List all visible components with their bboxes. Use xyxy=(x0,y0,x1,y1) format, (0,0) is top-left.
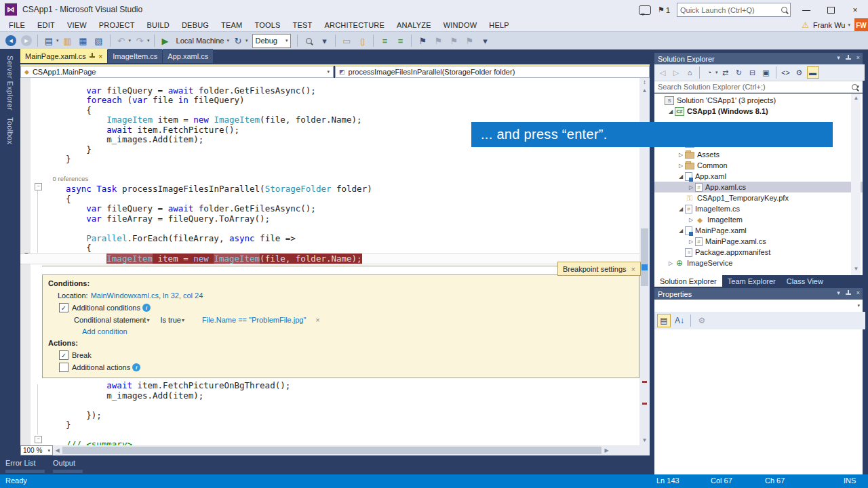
breakpoint-settings-tab[interactable]: Breakpoint settings × xyxy=(557,262,641,276)
undo-icon[interactable]: ↶ xyxy=(115,34,128,47)
chevron-down-icon[interactable]: ▾ xyxy=(837,289,840,296)
save-icon[interactable]: ▦ xyxy=(77,34,90,47)
se-view-code-icon[interactable]: <> xyxy=(780,66,792,79)
tab-error-list[interactable]: Error List xyxy=(5,459,36,467)
info-icon[interactable]: i xyxy=(132,363,140,371)
tree-item-solution-csapp1-3-projects-[interactable]: SSolution 'CSApp1' (3 projects) xyxy=(654,95,863,106)
expanded-arrow-icon[interactable]: ◢ xyxy=(677,228,684,234)
expanded-arrow-icon[interactable]: ◢ xyxy=(677,206,684,212)
scroll-up-icon[interactable]: ▲ xyxy=(851,95,861,101)
location-value[interactable]: MainWindowxaml.cs, ln 32, col 24 xyxy=(91,291,203,300)
restore-button[interactable] xyxy=(822,4,840,16)
side-tab-toolbox[interactable]: Toolbox xyxy=(6,117,14,144)
menu-help[interactable]: HELP xyxy=(483,21,515,29)
scroll-up-icon[interactable]: ▲ xyxy=(639,87,650,94)
prev-bookmark-icon[interactable]: ⚑ xyxy=(431,34,445,47)
hscrollbar-thumb[interactable] xyxy=(62,447,601,454)
close-icon[interactable]: × xyxy=(856,289,860,296)
collapsed-arrow-icon[interactable]: ▷ xyxy=(677,152,684,158)
next-bookmark-icon[interactable]: ⚑ xyxy=(447,34,460,47)
close-icon[interactable]: × xyxy=(856,54,860,61)
se-back-icon[interactable]: ◁ xyxy=(656,66,669,79)
condition-type-dropdown[interactable]: Conditional statement▾ xyxy=(74,316,149,324)
method-dropdown[interactable]: ◩ processImageFilesInParallel(StorageFol… xyxy=(335,66,650,78)
close-button[interactable]: × xyxy=(846,4,864,16)
zoom-level-dropdown[interactable]: 100 % ▾ xyxy=(20,445,53,455)
menu-file[interactable]: FILE xyxy=(3,21,31,29)
scroll-left-icon[interactable]: ◀ xyxy=(53,447,62,453)
tree-vertical-scrollbar[interactable]: ▲ ▼ xyxy=(851,94,861,275)
new-file-icon[interactable]: ▤ xyxy=(42,34,56,47)
document-tab-imageitem.cs[interactable]: ImageItem.cs xyxy=(108,49,162,63)
class-dropdown[interactable]: ◆ CSApp1.MainPage ▾ xyxy=(20,66,334,78)
pin-icon[interactable] xyxy=(846,290,851,296)
remove-condition-icon[interactable]: × xyxy=(315,316,319,324)
condition-expression-input[interactable]: File.Name == "ProblemFile.jpg" xyxy=(202,316,306,324)
snippet-icon[interactable]: ▯ xyxy=(355,34,369,47)
additional-actions-checkbox[interactable] xyxy=(59,363,68,372)
close-icon[interactable]: × xyxy=(98,52,102,60)
tree-item-assets[interactable]: ▷Assets xyxy=(654,149,863,160)
bookmark-icon[interactable]: ⚑ xyxy=(416,34,429,47)
indent-increase-icon[interactable]: ≡ xyxy=(393,34,407,47)
se-properties-icon[interactable]: ⚙ xyxy=(793,66,806,79)
tree-item-mainpage.xaml.cs[interactable]: ▷#MainPage.xaml.cs xyxy=(654,236,863,247)
properties-object-dropdown[interactable]: ▾ xyxy=(654,300,863,312)
tool-tab-solution-explorer[interactable]: Solution Explorer xyxy=(654,275,722,287)
menu-analyze[interactable]: ANALYZE xyxy=(391,21,437,29)
open-file-icon[interactable]: ▥ xyxy=(61,34,75,47)
properties-title-bar[interactable]: Properties ▾× xyxy=(654,288,863,300)
minimize-button[interactable]: — xyxy=(797,4,815,16)
chevron-down-icon[interactable]: ▾ xyxy=(226,38,229,43)
solution-configuration-dropdown[interactable]: Debug▾ xyxy=(252,34,292,48)
chevron-down-icon[interactable]: ▾ xyxy=(147,38,150,43)
tree-item-imageservice[interactable]: ▷⊕ImageService xyxy=(654,258,863,268)
se-pending-changes-icon[interactable]: ◔ xyxy=(703,66,715,79)
menu-architecture[interactable]: ARCHITECTURE xyxy=(318,21,391,29)
menu-window[interactable]: WINDOW xyxy=(437,21,483,29)
tab-output[interactable]: Output xyxy=(53,459,75,467)
avatar[interactable]: FW xyxy=(854,18,868,32)
se-show-all-files-icon[interactable]: ▣ xyxy=(760,66,772,79)
navigate-back-icon[interactable]: ◄ xyxy=(4,34,18,47)
tree-item-package.appxmanifest[interactable]: ≡Package.appxmanifest xyxy=(654,247,863,258)
solution-explorer-search-input[interactable]: Search Solution Explorer (Ctrl+;) ▾ xyxy=(654,81,863,93)
save-all-icon[interactable]: ▧ xyxy=(92,34,106,47)
info-icon[interactable]: i xyxy=(142,304,151,312)
chevron-down-icon[interactable]: ▾ xyxy=(129,38,132,43)
se-sync-icon[interactable]: ⇄ xyxy=(719,66,732,79)
chevron-down-icon[interactable]: ▾ xyxy=(245,38,248,43)
scroll-right-icon[interactable]: ▶ xyxy=(602,447,611,453)
chevron-down-icon[interactable]: ▾ xyxy=(56,38,59,43)
tree-item-app.xaml.cs[interactable]: ▷#App.xaml.cs xyxy=(654,182,863,192)
se-refresh-icon[interactable]: ↻ xyxy=(733,66,745,79)
menu-debug[interactable]: DEBUG xyxy=(176,21,215,29)
close-icon[interactable]: × xyxy=(631,265,635,273)
tree-item-csapp1-windows-8.1-[interactable]: ◢C#CSApp1 (Windows 8.1) xyxy=(654,106,863,117)
notifications-flag[interactable]: ⚑1 xyxy=(658,5,670,14)
scroll-down-icon[interactable]: ▼ xyxy=(851,266,861,272)
redo-icon[interactable]: ↷ xyxy=(133,34,146,47)
menu-view[interactable]: VIEW xyxy=(61,21,93,29)
tool-tab-team-explorer[interactable]: Team Explorer xyxy=(722,275,781,287)
se-forward-icon[interactable]: ▷ xyxy=(670,66,682,79)
chevron-down-icon[interactable]: ▾ xyxy=(715,70,718,75)
editor-split-grip[interactable]: ↕ xyxy=(639,79,650,85)
tree-item-app.xaml[interactable]: ◢App.xaml xyxy=(654,171,863,182)
scroll-down-icon[interactable]: ▼ xyxy=(639,437,650,443)
expanded-arrow-icon[interactable]: ◢ xyxy=(667,108,674,115)
menu-build[interactable]: BUILD xyxy=(141,21,176,29)
collapsed-arrow-icon[interactable]: ▷ xyxy=(688,217,694,223)
collapsed-arrow-icon[interactable]: ▷ xyxy=(688,184,694,190)
menu-edit[interactable]: EDIT xyxy=(31,21,61,29)
expanded-arrow-icon[interactable]: ◢ xyxy=(677,174,684,180)
collapsed-arrow-icon[interactable]: ▷ xyxy=(667,260,674,266)
se-collapse-all-icon[interactable]: ⊟ xyxy=(747,66,759,79)
menu-team[interactable]: TEAM xyxy=(215,21,248,29)
solution-explorer-title-bar[interactable]: Solution Explorer ▾× xyxy=(654,53,863,64)
user-account-area[interactable]: ⚠ Frank Wu ▾ FW xyxy=(802,18,868,32)
find-in-files-icon[interactable] xyxy=(302,34,315,47)
collapsed-arrow-icon[interactable]: ▷ xyxy=(688,239,694,245)
menu-project[interactable]: PROJECT xyxy=(93,21,141,29)
indent-decrease-icon[interactable]: ≡ xyxy=(378,34,391,47)
